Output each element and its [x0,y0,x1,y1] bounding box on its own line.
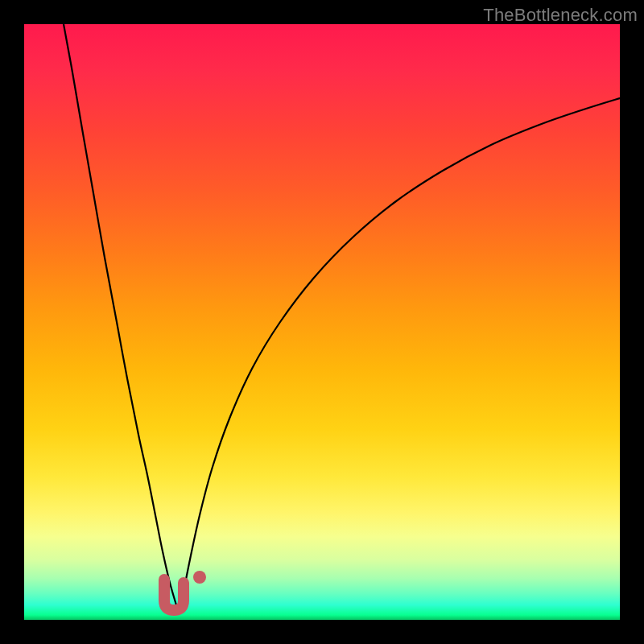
watermark-text: TheBottleneck.com [483,5,638,26]
chart-svg [24,24,620,620]
marker-dot [193,571,206,584]
left-curve [64,24,178,610]
plot-area [24,24,620,620]
right-curve [180,98,620,610]
